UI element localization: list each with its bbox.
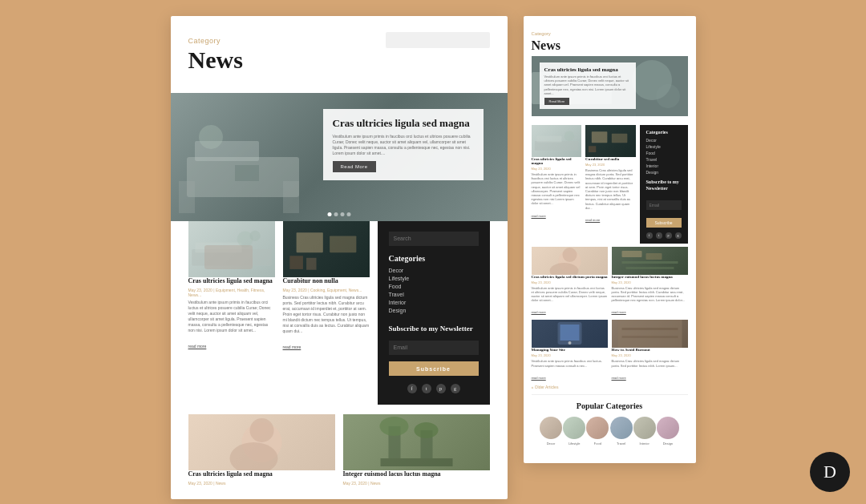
right-facebook-icon[interactable]: f bbox=[646, 232, 653, 239]
right-subscribe-btn[interactable]: Subscribe bbox=[646, 218, 682, 228]
right-twitter-icon[interactable]: t bbox=[656, 232, 662, 239]
right-article-readmore-5[interactable]: read more bbox=[532, 376, 546, 380]
cat-item-food[interactable]: Food bbox=[586, 417, 609, 446]
cat-label-travel: Travel bbox=[617, 442, 625, 446]
right-row2: Cras ultricies ligula sed dictum porta m… bbox=[532, 247, 688, 317]
right-pinterest-icon[interactable]: p bbox=[666, 232, 672, 239]
google-icon-left[interactable]: g bbox=[451, 384, 460, 393]
right-preview: Category News Cras ultricies ligula sed … bbox=[524, 16, 696, 463]
article-title-1: Cras ultricies ligula sed magna bbox=[188, 277, 275, 285]
right-article-readmore-4[interactable]: read more bbox=[612, 310, 626, 314]
right-cat-interior[interactable]: Interior bbox=[646, 163, 682, 168]
right-article-meta-2: May 23, 2020 bbox=[585, 163, 636, 167]
svg-rect-31 bbox=[589, 146, 596, 152]
right-cat-design[interactable]: Design bbox=[646, 170, 682, 175]
cat-interior-left[interactable]: Interior bbox=[389, 300, 479, 305]
right-cat-decor[interactable]: Decor bbox=[646, 138, 682, 143]
right-article-readmore-6[interactable]: read more bbox=[612, 376, 626, 380]
pinterest-icon-left[interactable]: p bbox=[436, 384, 446, 393]
article-meta-1: May 23, 2020 | Equipment, Health, Fitnes… bbox=[188, 288, 275, 297]
page-title-left: News bbox=[188, 46, 490, 74]
popular-categories-section: Popular Categories Decor Lifestyle Food … bbox=[532, 394, 688, 452]
cat-food-left[interactable]: Food bbox=[389, 284, 479, 289]
svg-point-20 bbox=[414, 422, 438, 438]
right-newsletter-title: Subscribe to my Newsletter bbox=[646, 179, 682, 192]
right-cat-lifestyle[interactable]: Lifestyle bbox=[646, 144, 682, 149]
article-img-1 bbox=[188, 221, 275, 277]
cat-label-interior: Interior bbox=[639, 442, 649, 446]
right-article-text-6: Business Cras ultricies ligula sed magna… bbox=[612, 359, 688, 367]
right-cat-food[interactable]: Food bbox=[646, 151, 682, 155]
content-row-left: Cras ultricies ligula sed magna May 23, … bbox=[171, 221, 508, 414]
dot-1[interactable] bbox=[327, 212, 331, 216]
right-article-text-4: Business Cras ultricies ligula sed magna… bbox=[612, 286, 688, 303]
cat-item-design[interactable]: Design bbox=[657, 417, 679, 446]
right-article-img-5 bbox=[532, 320, 608, 348]
hero-slider-left[interactable]: Cras ultricies ligula sed magna Vestibul… bbox=[171, 93, 508, 221]
social-icons-left: f t p g bbox=[389, 384, 479, 393]
search-bar-left[interactable] bbox=[386, 32, 490, 48]
popular-categories-title: Popular Categories bbox=[540, 401, 680, 410]
cat-design-left[interactable]: Design bbox=[389, 308, 479, 313]
svg-rect-2 bbox=[179, 181, 195, 213]
cat-item-decor[interactable]: Decor bbox=[540, 417, 562, 446]
facebook-icon-left[interactable]: f bbox=[407, 384, 417, 393]
svg-point-4 bbox=[199, 125, 223, 149]
right-category-label: Category bbox=[532, 31, 551, 36]
newsletter-title-left: Subscribe to my Newsletter bbox=[389, 325, 479, 334]
svg-rect-7 bbox=[195, 243, 241, 252]
right-cat-travel[interactable]: Travel bbox=[646, 157, 682, 162]
svg-point-15 bbox=[249, 418, 273, 442]
right-article-text-5: Vestibulum ante ipsum primis faucibus or… bbox=[532, 359, 608, 367]
cat-item-travel[interactable]: Travel bbox=[610, 417, 633, 446]
cat-decor-left[interactable]: Decor bbox=[389, 268, 479, 273]
right-page-title: News bbox=[532, 38, 560, 52]
divi-logo[interactable]: D bbox=[810, 452, 850, 492]
cat-circle-design bbox=[657, 417, 679, 439]
article-readmore-1[interactable]: read more bbox=[188, 344, 207, 349]
cat-travel-left[interactable]: Travel bbox=[389, 292, 479, 297]
cat-item-interior[interactable]: Interior bbox=[633, 417, 656, 446]
svg-rect-3 bbox=[283, 181, 299, 213]
article-meta-2: May 23, 2020 | Cooking, Equipment, News.… bbox=[283, 288, 370, 292]
dot-2[interactable] bbox=[334, 212, 338, 216]
right-article-5: Managing Your Site May 23, 2020 Vestibul… bbox=[532, 320, 608, 381]
dot-4[interactable] bbox=[346, 212, 350, 216]
svg-rect-5 bbox=[235, 165, 259, 181]
sidebar-search-left[interactable] bbox=[389, 232, 479, 246]
svg-point-25 bbox=[656, 84, 680, 108]
cat-circle-travel bbox=[610, 417, 633, 439]
right-email-input[interactable] bbox=[646, 200, 682, 210]
right-article-img-3 bbox=[532, 247, 608, 275]
right-sidebar-dark: Categories Decor Lifestyle Food Travel I… bbox=[640, 125, 688, 244]
svg-rect-38 bbox=[625, 267, 674, 269]
cat-lifestyle-left[interactable]: Lifestyle bbox=[389, 276, 479, 281]
email-input-left[interactable] bbox=[389, 341, 479, 355]
article-img-4 bbox=[343, 414, 490, 470]
right-article-readmore-1[interactable]: read more bbox=[532, 214, 546, 218]
svg-rect-10 bbox=[296, 232, 322, 252]
right-hero-read-more[interactable]: Read More bbox=[544, 98, 570, 105]
svg-rect-40 bbox=[560, 325, 579, 341]
hero-read-more-left[interactable]: Read More bbox=[333, 161, 376, 172]
older-articles-link[interactable]: « Older Articles bbox=[532, 385, 688, 389]
subscribe-btn-left[interactable]: Subscribe bbox=[389, 361, 479, 376]
right-article-readmore-3[interactable]: read more bbox=[532, 310, 546, 314]
right-google-icon[interactable]: g bbox=[675, 232, 682, 239]
article-card-1: Cras ultricies ligula sed magna May 23, … bbox=[188, 221, 275, 405]
right-hero-text: Cras ultricies ligula sed magna Vestibul… bbox=[540, 62, 636, 109]
main-wrapper: Category News Cras ultricies ligula sed … bbox=[0, 0, 866, 504]
right-hero: Cras ultricies ligula sed magna Vestibul… bbox=[532, 56, 688, 116]
cat-item-lifestyle[interactable]: Lifestyle bbox=[563, 417, 585, 446]
svg-rect-29 bbox=[592, 131, 608, 143]
left-preview: Category News Cras ultricies ligula sed … bbox=[171, 16, 508, 499]
right-article-1: Cras ultricies ligula sed magna May 23, … bbox=[532, 125, 582, 244]
article-readmore-2[interactable]: read more bbox=[283, 345, 301, 349]
right-article-title-3: Cras ultricies ligula sed dictum porta m… bbox=[532, 275, 608, 279]
right-article-img-4 bbox=[612, 247, 688, 275]
hero-text-box-left: Cras ultricies ligula sed magna Vestibul… bbox=[323, 109, 484, 180]
twitter-icon-left[interactable]: t bbox=[422, 384, 431, 393]
article-card-2: Curabitur non nulla May 23, 2020 | Cooki… bbox=[283, 221, 370, 405]
right-article-readmore-2[interactable]: read more bbox=[585, 218, 600, 222]
dot-3[interactable] bbox=[340, 212, 344, 216]
